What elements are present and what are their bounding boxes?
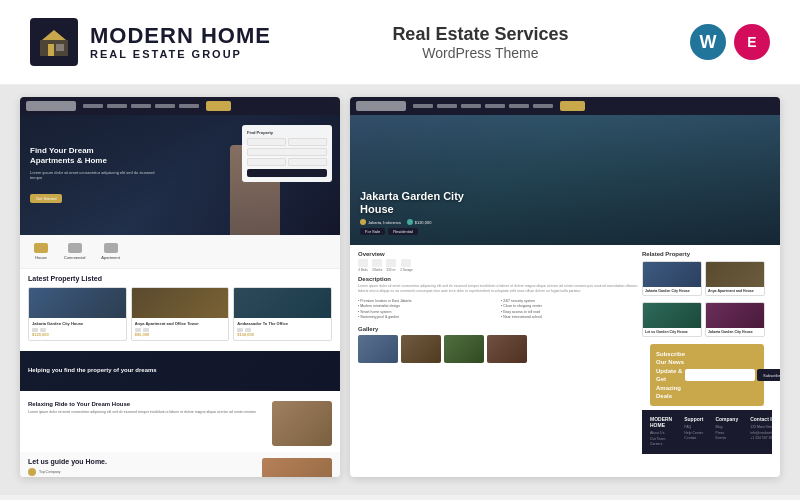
bath-icon <box>372 259 382 267</box>
related-card[interactable]: Jakarta Garden City House <box>705 302 765 337</box>
footer-link[interactable]: Our Team <box>650 437 672 441</box>
related-card[interactable]: Jakarta Garden City House <box>642 261 702 296</box>
property-card[interactable]: Ambassador To The Office $150,000 <box>233 287 332 341</box>
property-tags: For Sale Residential <box>360 228 770 235</box>
related-card[interactable]: Anya Apartment and House <box>705 261 765 296</box>
related-image <box>706 262 764 287</box>
prev-logo <box>26 101 76 111</box>
guide-image <box>262 458 332 477</box>
title-main: Real Estate Services <box>392 24 568 45</box>
property-card[interactable]: Anya Apartment and Office Tower $95,000 <box>131 287 230 341</box>
newsletter-section: Subscribe Our News Update &Get Amazing D… <box>650 344 764 406</box>
form-field[interactable] <box>288 138 327 146</box>
relax-image <box>272 401 332 446</box>
guide-text: Let us guide you Home. Top Company 24/7 … <box>28 458 256 477</box>
banner-text: Helping you find the property of your dr… <box>28 367 157 375</box>
tab-label: House <box>35 255 47 260</box>
property-image <box>132 288 229 318</box>
nav-item <box>107 104 127 108</box>
logo-sub: REAL ESTATE GROUP <box>90 48 271 60</box>
tab-label: Apartment <box>101 255 119 260</box>
nav-cta-button <box>206 101 231 111</box>
relax-section: Relaxing Ride to Your Dream House Lorem … <box>20 395 340 452</box>
related-card[interactable]: Let us Garden City House <box>642 302 702 337</box>
price-icon <box>407 219 413 225</box>
footer-link[interactable]: Careers <box>650 442 672 446</box>
footer-link[interactable]: Blog <box>715 425 738 429</box>
hero-text: Find Your DreamApartments & Home Lorem i… <box>30 146 160 203</box>
property-title: Jakarta Garden City House <box>32 321 123 326</box>
related-card-title: Jakarta Garden City House <box>708 330 762 334</box>
header-title: Real Estate Services WordPress Theme <box>392 24 568 61</box>
nav-item <box>155 104 175 108</box>
gallery-image <box>487 335 527 363</box>
detail-area: Overview 4 Beds 3 Baths 250 m² <box>350 245 780 460</box>
prev-logo-right <box>356 101 406 111</box>
left-preview: Find Your DreamApartments & Home Lorem i… <box>20 97 340 477</box>
form-field[interactable] <box>247 158 286 166</box>
email-input[interactable] <box>685 369 755 381</box>
form-field[interactable] <box>288 158 327 166</box>
footer-col-support: Support FAQ Help Center Contact <box>684 416 703 448</box>
search-button[interactable] <box>247 169 327 177</box>
property-card[interactable]: Jakarta Garden City House $120,000 <box>28 287 127 341</box>
footer-link[interactable]: Events <box>715 436 738 440</box>
footer-link[interactable]: Press <box>715 431 738 435</box>
sale-tag: For Sale <box>360 228 385 235</box>
subscribe-button[interactable]: Subscribe <box>757 369 780 381</box>
nav-item <box>509 104 529 108</box>
footer-link[interactable]: About Us <box>650 431 672 435</box>
tab-apartment[interactable]: Apartment <box>95 240 125 263</box>
form-field[interactable] <box>247 148 327 156</box>
property-image <box>29 288 126 318</box>
related-sidebar: Related Property Jakarta Garden City Hou… <box>642 251 772 454</box>
nav-item <box>485 104 505 108</box>
stat-area: 250 m² <box>386 259 396 272</box>
property-hero-title: Jakarta Garden CityHouse <box>360 190 770 216</box>
nav-item <box>83 104 103 108</box>
stat-baths: 3 Baths <box>372 259 382 272</box>
property-image <box>234 288 331 318</box>
nav-item <box>131 104 151 108</box>
newsletter-text: Subscribe Our News Update &Get Amazing D… <box>656 350 685 400</box>
footer-link[interactable]: Help Center <box>684 431 703 435</box>
form-field[interactable] <box>247 138 286 146</box>
tab-house[interactable]: House <box>28 240 54 263</box>
footer-link[interactable]: FAQ <box>684 425 703 429</box>
relax-title: Relaxing Ride to Your Dream House <box>28 401 264 407</box>
price-item: $120,000 <box>407 219 432 225</box>
hero-section-left: Find Your DreamApartments & Home Lorem i… <box>20 115 340 235</box>
right-preview-nav <box>350 97 780 115</box>
tab-label: Commercial <box>64 255 85 260</box>
commercial-icon <box>68 243 82 253</box>
related-card-title: Anya Apartment and House <box>708 289 762 293</box>
nav-item <box>461 104 481 108</box>
logo-text: MODERN HOME REAL ESTATE GROUP <box>90 24 271 60</box>
hero-cta-button[interactable]: Get Started <box>30 194 62 203</box>
footer-section: MODERN HOME About Us Our Team Careers Su… <box>642 410 772 454</box>
apartment-icon <box>104 243 118 253</box>
guide-items: Top Company 24/7 Support <box>28 468 256 477</box>
form-title: Find Property <box>247 130 327 135</box>
footer-support-title: Support <box>684 416 703 422</box>
svg-rect-2 <box>56 44 64 51</box>
properties-section: Latest Property Listed Jakarta Garden Ci… <box>20 269 340 347</box>
logo-icon <box>30 18 78 66</box>
related-title: Related Property <box>642 251 772 257</box>
main-content: Find Your DreamApartments & Home Lorem i… <box>0 85 800 495</box>
description-text: Lorem ipsum dolor sit amet consectetur a… <box>358 284 638 295</box>
property-price: $95,000 <box>135 332 226 337</box>
header-badges: W E <box>690 24 770 60</box>
stat-garage: 2 Garage <box>400 259 413 272</box>
nav-item <box>179 104 199 108</box>
tab-commercial[interactable]: Commercial <box>58 240 91 263</box>
overview-title: Overview <box>358 251 638 257</box>
guide-item-label: Top Company <box>39 470 61 474</box>
logo-main: MODERN HOME <box>90 24 271 48</box>
gallery-image <box>401 335 441 363</box>
property-title: Anya Apartment and Office Tower <box>135 321 226 326</box>
property-stats: 4 Beds 3 Baths 250 m² 2 Garage <box>358 259 638 272</box>
nav-cta-button-right <box>560 101 585 111</box>
related-cards: Jakarta Garden City House Anya Apartment… <box>642 261 772 340</box>
footer-link[interactable]: Contact <box>684 436 703 440</box>
